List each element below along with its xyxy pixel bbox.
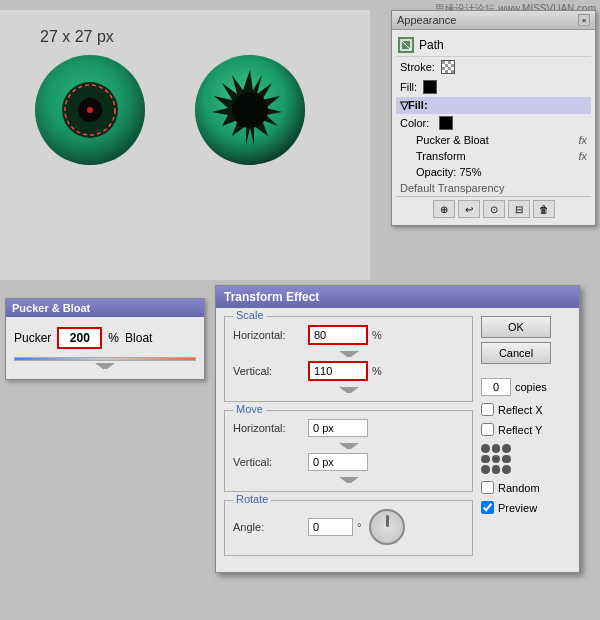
preview-checkbox[interactable] — [481, 501, 494, 514]
scale-section: Scale Horizontal: % Vertical: % — [224, 316, 473, 402]
grid-dot-2 — [492, 444, 501, 453]
move-v-slider-arrow — [339, 477, 359, 483]
pucker-label: Pucker — [14, 331, 51, 345]
path-label: Path — [419, 38, 444, 52]
reflect-x-label: Reflect X — [498, 404, 543, 416]
transform-grid-icon[interactable] — [481, 444, 511, 474]
preview-row: Preview — [481, 501, 537, 514]
path-icon — [398, 37, 414, 53]
cancel-button[interactable]: Cancel — [481, 342, 551, 364]
grid-dot-6 — [502, 455, 511, 464]
grid-dot-8 — [492, 465, 501, 474]
pucker-title: Pucker & Bloat — [12, 302, 90, 314]
svg-line-11 — [401, 40, 411, 50]
pucker-fx-row: Pucker & Bloat fx — [396, 132, 591, 148]
stroke-swatch[interactable] — [441, 60, 455, 74]
transform-right: OK Cancel copies Reflect X Reflect Y — [481, 316, 571, 564]
rotate-label: Rotate — [233, 493, 271, 505]
reflect-x-checkbox[interactable] — [481, 403, 494, 416]
scale-v-unit: % — [372, 365, 382, 377]
appearance-close-button[interactable]: × — [578, 14, 590, 26]
copies-input[interactable] — [481, 378, 511, 396]
random-label: Random — [498, 482, 540, 494]
scale-v-label: Vertical: — [233, 365, 308, 377]
stroke-label: Stroke: — [400, 61, 435, 73]
scale-h-label: Horizontal: — [233, 329, 308, 341]
move-h-row: Horizontal: — [233, 419, 464, 437]
toolbar-btn-1[interactable]: ⊕ — [433, 200, 455, 218]
toolbar-btn-3[interactable]: ⊙ — [483, 200, 505, 218]
pucker-value-input[interactable] — [57, 327, 102, 349]
color-swatch[interactable] — [439, 116, 453, 130]
toolbar-btn-2[interactable]: ↩ — [458, 200, 480, 218]
svg-point-9 — [232, 92, 268, 128]
opacity-row: Opacity: 75% — [396, 164, 591, 180]
move-label: Move — [233, 403, 266, 415]
random-row: Random — [481, 481, 540, 494]
eye1-selected[interactable] — [30, 50, 160, 180]
fill-section-label: ▽Fill: — [400, 99, 428, 112]
pucker-bloat-panel: Pucker & Bloat Pucker % Bloat — [5, 298, 205, 380]
reflect-y-label: Reflect Y — [498, 424, 542, 436]
grid-dot-1 — [481, 444, 490, 453]
path-row: Path — [396, 34, 591, 57]
scale-v-row: Vertical: % — [233, 361, 464, 381]
pucker-bloat-label: Pucker & Bloat — [416, 134, 489, 146]
appearance-titlebar: Appearance × — [392, 11, 595, 30]
canvas-area: 27 x 27 px — [0, 10, 370, 280]
move-h-label: Horizontal: — [233, 422, 308, 434]
angle-input[interactable] — [308, 518, 353, 536]
pucker-fx-badge: fx — [578, 134, 587, 146]
transform-body: Scale Horizontal: % Vertical: % Move — [216, 308, 579, 572]
angle-unit: ° — [357, 521, 361, 533]
scale-label: Scale — [233, 309, 267, 321]
stroke-row: Stroke: — [396, 57, 591, 77]
transform-label: Transform — [416, 150, 466, 162]
scale-h-input[interactable] — [308, 325, 368, 345]
appearance-panel: Appearance × Path Stroke: Fill: ▽Fill: C… — [391, 10, 596, 226]
pucker-slider[interactable] — [14, 357, 196, 361]
fill-color-row: Color: — [396, 114, 591, 132]
move-h-slider-arrow — [339, 443, 359, 449]
eye2[interactable] — [190, 50, 320, 180]
grid-dot-5 — [492, 455, 501, 464]
toolbar-btn-4[interactable]: ⊟ — [508, 200, 530, 218]
move-v-label: Vertical: — [233, 456, 308, 468]
scale-h-unit: % — [372, 329, 382, 341]
fill-swatch[interactable] — [423, 80, 437, 94]
pucker-titlebar: Pucker & Bloat — [6, 299, 204, 317]
fill-row: Fill: — [396, 77, 591, 97]
ok-button[interactable]: OK — [481, 316, 551, 338]
appearance-body: Path Stroke: Fill: ▽Fill: Color: Pucker … — [392, 30, 595, 225]
transform-left: Scale Horizontal: % Vertical: % Move — [224, 316, 473, 564]
rotate-angle-row: Angle: ° — [233, 509, 464, 545]
scale-v-input[interactable] — [308, 361, 368, 381]
slider-arrow — [95, 363, 115, 369]
transform-titlebar: Transform Effect — [216, 286, 579, 308]
default-transparency: Default Transparency — [396, 180, 591, 196]
pucker-controls: Pucker % Bloat — [14, 327, 196, 349]
size-label: 27 x 27 px — [40, 28, 114, 46]
fill-section-header[interactable]: ▽Fill: — [396, 97, 591, 114]
grid-dot-3 — [502, 444, 511, 453]
move-v-input[interactable] — [308, 453, 368, 471]
move-section: Move Horizontal: Vertical: — [224, 410, 473, 492]
grid-dot-7 — [481, 465, 490, 474]
grid-dot-9 — [502, 465, 511, 474]
move-h-input[interactable] — [308, 419, 368, 437]
opacity-label: Opacity: 75% — [416, 166, 481, 178]
transform-effect-dialog: Transform Effect Scale Horizontal: % Ver… — [215, 285, 580, 573]
svg-point-4 — [87, 107, 93, 113]
angle-label: Angle: — [233, 521, 308, 533]
copies-label: copies — [515, 381, 547, 393]
preview-label: Preview — [498, 502, 537, 514]
fill-label: Fill: — [400, 81, 417, 93]
toolbar-btn-5[interactable]: 🗑 — [533, 200, 555, 218]
random-checkbox[interactable] — [481, 481, 494, 494]
scale-h-row: Horizontal: % — [233, 325, 464, 345]
scale-v-slider-arrow — [339, 387, 359, 393]
grid-dot-4 — [481, 455, 490, 464]
reflect-y-checkbox[interactable] — [481, 423, 494, 436]
scale-h-slider-arrow — [339, 351, 359, 357]
rotate-dial[interactable] — [369, 509, 405, 545]
